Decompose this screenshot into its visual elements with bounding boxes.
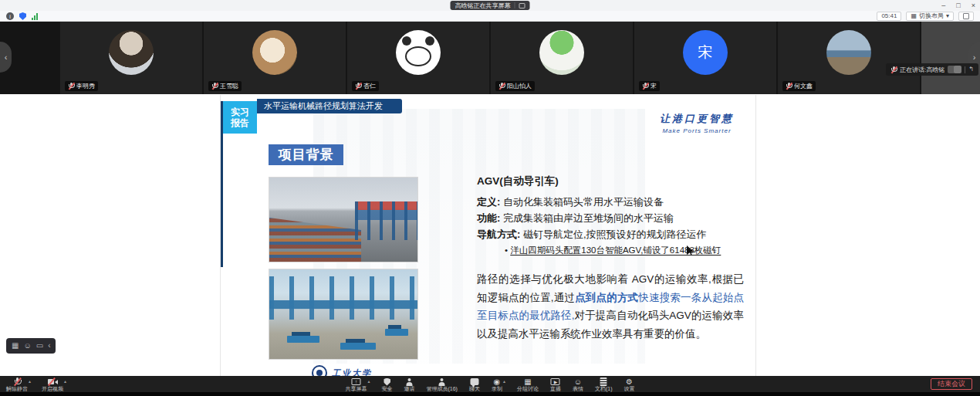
shield-icon — [384, 378, 390, 386]
filmstrip-prev-button[interactable]: ‹ — [0, 42, 12, 73]
speaking-indicator[interactable]: 正在讲话:高晗铭 ↰ — [886, 63, 978, 76]
toolbar-left-group: 解除静音 ▴ 开启视频 ▴ — [6, 377, 66, 392]
breakout-icon: ▦ — [522, 377, 532, 386]
participant-name-tag: 李明秀 — [65, 81, 98, 91]
mic-muted-icon — [890, 66, 897, 73]
topbar-right-controls: 05:41 ▦ 切换布局 ▾ — [877, 12, 974, 21]
participant-name-tag: 宋 — [639, 81, 660, 91]
chevron-down-icon: ▾ — [946, 13, 949, 19]
fullscreen-button[interactable] — [958, 12, 974, 21]
maximize-button[interactable]: □ — [956, 2, 960, 9]
collapse-icon[interactable]: ↰ — [968, 66, 974, 73]
yangshan-bullet: • 洋山四期码头配置130台智能AGV,铺设了61483枚磁钉 — [477, 245, 744, 256]
layout-grid-icon: ▦ — [911, 13, 917, 19]
video-tile[interactable]: 宋 宋 — [634, 22, 776, 94]
definition-line: 定义: 自动化集装箱码头常用水平运输设备 — [477, 194, 744, 210]
camera-off-icon — [48, 377, 58, 386]
slide-tag-internship-report: 实习 报告 — [223, 101, 257, 134]
window-controls: – □ × — [941, 0, 975, 11]
chat-icon — [470, 378, 478, 385]
reactions-button[interactable]: ☺ 表情 — [573, 377, 583, 392]
live-icon: ▶ — [551, 378, 560, 385]
mic-muted-icon — [498, 83, 505, 90]
close-button[interactable]: × — [972, 2, 975, 9]
section-heading: 项目背景 — [269, 144, 343, 165]
port-slogan: 让港口更智慧 Make Ports Smarter — [660, 112, 734, 134]
share-screen-button[interactable]: ↑ 共享屏幕 ▴ — [345, 377, 370, 392]
breakout-rooms-button[interactable]: ▦ 分组讨论 — [517, 377, 539, 392]
video-tiles: 李明秀 王雪聪 杏仁 阳山怕人 宋 — [60, 22, 980, 94]
divider — [515, 2, 515, 8]
function-line: 功能: 完成集装箱由岸边至堆场间的水平运输 — [477, 210, 744, 226]
security-button[interactable]: 安全 — [381, 377, 392, 392]
avatar — [539, 30, 584, 75]
record-button[interactable]: ◉ 录制 ▴ — [492, 377, 505, 392]
share-banner-text: 高晗铭正在共享屏幕 — [455, 2, 511, 10]
participant-name-tag: 阳山怕人 — [495, 81, 535, 91]
screen-share-icon: ↑ — [351, 378, 360, 385]
unmute-button[interactable]: 解除静音 ▴ — [6, 377, 31, 392]
start-video-button[interactable]: 开启视频 ▴ — [42, 377, 66, 392]
window-bottom-edge — [0, 392, 980, 396]
video-tile[interactable]: 李明秀 — [60, 22, 202, 94]
layout-switch-button[interactable]: ▦ 切换布局 ▾ — [906, 12, 954, 21]
agv-quay-photo — [269, 269, 418, 360]
agv-definition-block: AGV(自动导引车) 定义: 自动化集装箱码头常用水平运输设备 功能: 完成集装… — [477, 174, 744, 256]
port-yard-photo — [269, 177, 418, 262]
mic-muted-icon — [786, 83, 792, 90]
slide-title: 水平运输机械路径规划算法开发 — [257, 99, 402, 113]
meeting-duration: 05:41 — [877, 12, 901, 21]
navigation-line: 导航方式: 磁钉导航定位,按照预设好的规划路径运作 — [477, 226, 744, 242]
shared-screen-area: 实习 报告 水平运输机械路径规划算法开发 让港口更智慧 Make Ports S… — [0, 94, 980, 376]
avatar — [826, 30, 871, 75]
meeting-info-icon[interactable]: i — [6, 12, 14, 20]
members-icon — [438, 378, 446, 386]
speaker-avatar — [954, 66, 961, 73]
end-meeting-button[interactable]: 结束会议 — [931, 378, 972, 390]
chevron-up-icon[interactable]: ▴ — [503, 378, 505, 384]
live-stream-button[interactable]: ▶ 直播 — [550, 377, 561, 392]
chevron-up-icon[interactable]: ▴ — [367, 378, 370, 384]
chevron-up-icon[interactable]: ▴ — [29, 378, 31, 384]
participant-name-tag: 王雪聪 — [208, 81, 242, 91]
chat-button[interactable]: 聊天 — [469, 377, 480, 392]
security-shield-icon[interactable] — [19, 12, 26, 20]
video-tile[interactable]: 阳山怕人 — [491, 22, 633, 94]
participant-name-tag: 何文鑫 — [782, 81, 816, 91]
avatar — [252, 30, 297, 75]
window-titlebar: 高晗铭正在共享屏幕 – □ × — [0, 0, 980, 11]
invite-button[interactable]: 邀请 — [404, 377, 414, 392]
fullscreen-icon — [963, 13, 969, 19]
video-tile[interactable]: 王雪聪 — [204, 22, 346, 94]
grid-icon[interactable]: ▦ — [12, 342, 19, 350]
meeting-topbar: i 05:41 ▦ 切换布局 ▾ — [0, 11, 980, 22]
manage-members-button[interactable]: 管理成员(16) — [426, 377, 457, 392]
network-signal-icon[interactable] — [32, 13, 38, 20]
mic-muted-icon — [355, 83, 361, 90]
mic-muted-icon — [13, 377, 21, 386]
document-icon — [600, 377, 607, 386]
gear-icon: ⚙ — [624, 377, 634, 386]
meeting-status-icons: i — [6, 12, 38, 21]
video-tile[interactable]: 杏仁 — [347, 22, 489, 94]
minimize-button[interactable]: – — [941, 2, 945, 9]
chat-icon[interactable]: ▭ — [36, 342, 43, 350]
path-optimization-paragraph: 路径的选择与优化极大地影响着 AGV的运输效率,根据已知逻辑点的位置,通过点到点… — [477, 270, 744, 343]
share-banner[interactable]: 高晗铭正在共享屏幕 — [451, 1, 530, 10]
video-tile[interactable]: 何文鑫 — [778, 22, 920, 94]
participant-filmstrip: ‹ › 李明秀 王雪聪 杏仁 — [0, 22, 980, 94]
divider — [965, 66, 965, 73]
avatar: 宋 — [683, 30, 728, 75]
chevron-up-icon[interactable]: ▴ — [64, 378, 66, 384]
docs-button[interactable]: 文档(1) — [595, 377, 613, 392]
agv-title: AGV(自动导引车) — [477, 174, 744, 188]
settings-button[interactable]: ⚙ 设置 — [624, 377, 635, 392]
share-window-icon[interactable] — [519, 3, 525, 8]
emoji-icon: ☺ — [573, 377, 583, 386]
avatar-letter: 宋 — [698, 42, 713, 63]
participant-name-tag: 杏仁 — [352, 81, 379, 91]
smiley-icon[interactable]: ☺ — [23, 342, 31, 350]
chevron-left-icon[interactable]: ‹ — [48, 342, 50, 350]
university-name-script: 工业大学 — [332, 367, 372, 377]
quick-actions-pill[interactable]: ▦ ☺ ▭ ‹ — [6, 338, 56, 354]
